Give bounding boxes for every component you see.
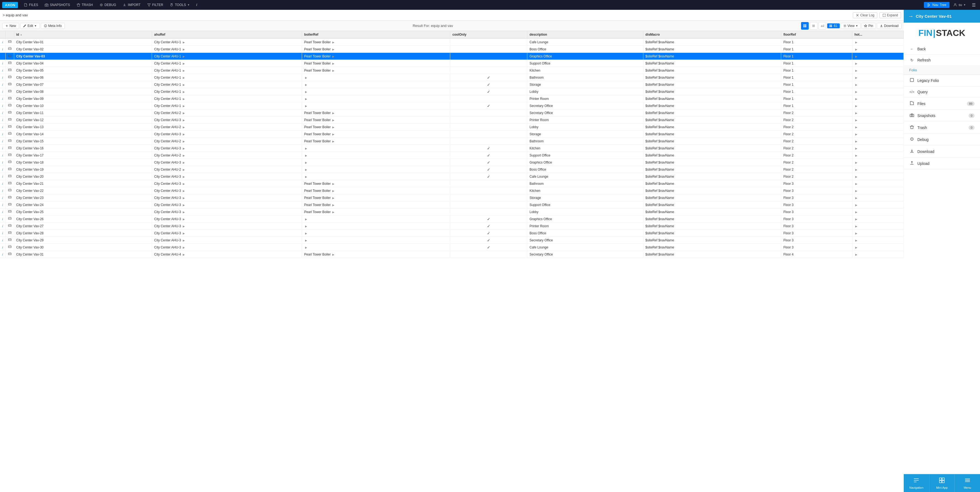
table-row[interactable]: iCity Center Vav-23City Center AHU-3 ▶Pe… [0, 194, 904, 202]
info-icon[interactable]: i [2, 217, 3, 221]
right-menu-trash[interactable]: Trash 0 [904, 122, 980, 133]
table-row[interactable]: iCity Center Vav-24City Center AHU-3 ▶Pe… [0, 202, 904, 208]
list-view-button[interactable] [810, 22, 818, 30]
table-row[interactable]: iCity Center Vav-15City Center AHU-2 ▶Pe… [0, 138, 904, 145]
boilerref-arrow[interactable]: ▶ [331, 41, 335, 44]
hamburger-menu[interactable]: ☰ [970, 2, 978, 9]
th-coolonly[interactable]: coolOnly [450, 31, 527, 38]
hot-arrow[interactable]: ▶ [854, 246, 858, 249]
info-icon[interactable]: i [2, 232, 3, 235]
boilerref-arrow[interactable]: ▶ [331, 125, 335, 129]
table-row[interactable]: iCity Center Vav-20City Center AHU-3 ▶▶✓… [0, 173, 904, 180]
chart-view-button[interactable] [818, 22, 826, 30]
row-info-icon[interactable]: i [0, 124, 5, 131]
row-info-icon[interactable]: i [0, 251, 5, 258]
info-icon[interactable]: i [2, 111, 3, 114]
row-hot[interactable]: ▶ [852, 60, 904, 67]
hot-arrow[interactable]: ▶ [854, 203, 858, 207]
boilerref-arrow[interactable]: ▶ [331, 203, 335, 207]
row-info-icon[interactable]: i [0, 110, 5, 116]
row-info-icon[interactable]: i [0, 60, 5, 67]
info-icon[interactable]: i [2, 125, 3, 129]
row-id[interactable]: City Center Vav-08 [14, 88, 152, 95]
info-icon[interactable]: i [2, 97, 3, 100]
hot-arrow[interactable]: ▶ [854, 154, 858, 157]
hot-arrow[interactable]: ▶ [854, 161, 858, 164]
hot-arrow[interactable]: ▶ [854, 111, 858, 115]
info-icon[interactable]: i [2, 210, 3, 214]
right-menu-debug[interactable]: Debug [904, 133, 980, 146]
table-row[interactable]: iCity Center Vav-31City Center AHU-4 ▶Pe… [0, 251, 904, 258]
hot-arrow[interactable]: ▶ [854, 69, 858, 72]
row-id[interactable]: City Center Vav-10 [14, 102, 152, 110]
row-info-icon[interactable]: i [0, 202, 5, 208]
boilerref-arrow[interactable]: ▶ [304, 97, 308, 101]
row-id[interactable]: City Center Vav-30 [14, 244, 152, 251]
row-id[interactable]: City Center Vav-05 [14, 67, 152, 74]
boilerref-arrow[interactable]: ▶ [304, 175, 308, 179]
ahuref-arrow[interactable]: ▶ [182, 217, 186, 221]
row-info-icon[interactable]: i [0, 159, 5, 166]
nav-import[interactable]: IMPORT [120, 2, 143, 8]
ahuref-arrow[interactable]: ▶ [182, 83, 186, 87]
table-row[interactable]: iCity Center Vav-21City Center AHU-3 ▶Pe… [0, 180, 904, 187]
hot-arrow[interactable]: ▶ [854, 210, 858, 214]
info-icon[interactable]: i [2, 62, 3, 65]
boilerref-arrow[interactable]: ▶ [304, 90, 308, 94]
ahuref-arrow[interactable]: ▶ [182, 133, 186, 136]
row-hot[interactable]: ▶ [852, 102, 904, 110]
table-row[interactable]: iCity Center Vav-26City Center AHU-3 ▶▶✓… [0, 216, 904, 222]
expand-button[interactable]: Expand [880, 12, 901, 18]
row-id[interactable]: City Center Vav-26 [14, 216, 152, 222]
hot-arrow[interactable]: ▶ [854, 104, 858, 108]
info-button[interactable]: i [194, 2, 200, 8]
info-icon[interactable]: i [2, 154, 3, 157]
table-row[interactable]: iCity Center Vav-16City Center AHU-3 ▶▶✓… [0, 145, 904, 152]
hot-arrow[interactable]: ▶ [854, 253, 858, 256]
row-info-icon[interactable]: i [0, 222, 5, 230]
row-hot[interactable]: ▶ [852, 145, 904, 152]
th-ahuref[interactable]: ahuRef [152, 31, 302, 38]
boilerref-arrow[interactable]: ▶ [331, 140, 335, 143]
row-id[interactable]: City Center Vav-23 [14, 194, 152, 202]
info-icon[interactable]: i [2, 133, 3, 136]
row-id[interactable]: City Center Vav-11 [14, 110, 152, 116]
boilerref-arrow[interactable]: ▶ [304, 161, 308, 164]
boilerref-arrow[interactable]: ▶ [304, 232, 308, 235]
info-icon[interactable]: i [2, 41, 3, 44]
row-id[interactable]: City Center Vav-13 [14, 124, 152, 131]
row-hot[interactable]: ▶ [852, 194, 904, 202]
row-hot[interactable]: ▶ [852, 67, 904, 74]
row-id[interactable]: City Center Vav-01 [14, 38, 152, 46]
hot-arrow[interactable]: ▶ [854, 189, 858, 193]
hot-arrow[interactable]: ▶ [854, 232, 858, 235]
right-menu-query[interactable]: </> Query [904, 87, 980, 98]
row-id[interactable]: City Center Vav-15 [14, 138, 152, 145]
th-boilerref[interactable]: boilerRef [302, 31, 450, 38]
info-icon[interactable]: i [2, 168, 3, 171]
ahuref-arrow[interactable]: ▶ [182, 161, 186, 164]
nav-trash[interactable]: TRASH [74, 2, 95, 8]
th-hot[interactable]: hot... [852, 31, 904, 38]
row-id[interactable]: City Center Vav-21 [14, 180, 152, 187]
row-id[interactable]: City Center Vav-22 [14, 187, 152, 194]
row-info-icon[interactable]: i [0, 230, 5, 237]
hot-arrow[interactable]: ▶ [854, 182, 858, 186]
hot-arrow[interactable]: ▶ [854, 217, 858, 221]
row-hot[interactable]: ▶ [852, 237, 904, 244]
row-id[interactable]: City Center Vav-29 [14, 237, 152, 244]
ahuref-arrow[interactable]: ▶ [182, 253, 186, 256]
ahuref-arrow[interactable]: ▶ [182, 48, 186, 51]
row-hot[interactable]: ▶ [852, 74, 904, 81]
hot-arrow[interactable]: ▶ [854, 168, 858, 171]
row-info-icon[interactable]: i [0, 116, 5, 124]
row-hot[interactable]: ▶ [852, 187, 904, 194]
hot-arrow[interactable]: ▶ [854, 239, 858, 242]
th-floorref[interactable]: floorRef [781, 31, 852, 38]
table-row[interactable]: iCity Center Vav-22City Center AHU-3 ▶Pe… [0, 187, 904, 194]
info-icon[interactable]: i [2, 203, 3, 206]
row-info-icon[interactable]: i [0, 237, 5, 244]
boilerref-arrow[interactable]: ▶ [331, 133, 335, 136]
ahuref-arrow[interactable]: ▶ [182, 189, 186, 193]
boilerref-arrow[interactable]: ▶ [331, 182, 335, 186]
